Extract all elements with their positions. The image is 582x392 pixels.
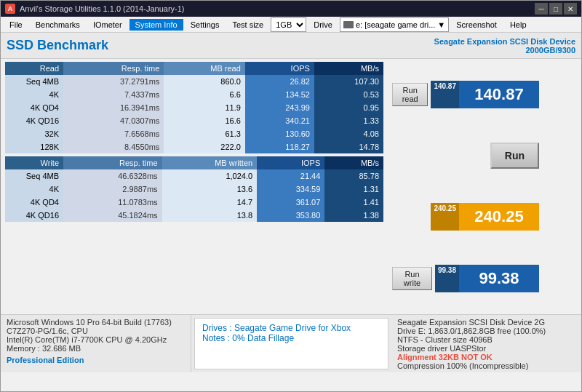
row-mbs: 1.33 — [314, 114, 383, 127]
table-row: 128K 8.4550ms 222.0 118.27 14.78 — [5, 140, 383, 153]
row-resp: 46.6328ms — [63, 169, 162, 183]
row-mb: 13.8 — [162, 209, 258, 222]
maximize-button[interactable]: □ — [549, 3, 562, 15]
drives-info: Drives : Seagate Game Drive for Xbox — [202, 323, 380, 333]
status-cpu: Intel(R) Core(TM) i7-7700K CPU @ 4.20GHz — [7, 335, 185, 344]
title-bar: A Anvil's Storage Utilities 1.1.0 (2014-… — [1, 1, 581, 17]
row-mb: 13.6 — [162, 183, 258, 196]
menu-test-size-label: Test size — [226, 19, 269, 31]
row-label: 32K — [5, 127, 63, 140]
row-iops: 134.52 — [245, 88, 314, 101]
device-info: Seagate Expansion SCSI Disk Device 2000G… — [434, 37, 575, 55]
write-header-iops: IOPS — [257, 156, 324, 169]
table-row: 4K 7.4337ms 6.6 134.52 0.53 — [5, 88, 383, 101]
compression-info: Compression 100% (Incompressible) — [397, 361, 575, 370]
drive-selector[interactable]: e: [seagate game dri... ▼ — [340, 17, 449, 32]
row-mb: 6.6 — [164, 88, 245, 101]
total-score-small: 240.25 — [431, 203, 459, 231]
content-wrapper: SSD Benchmark Seagate Expansion SCSI Dis… — [1, 33, 581, 372]
row-resp: 7.4337ms — [63, 88, 164, 101]
menu-system-info[interactable]: System Info — [129, 19, 183, 31]
row-mbs: 0.53 — [314, 88, 383, 101]
row-label: 128K — [5, 140, 63, 153]
status-center: Drives : Seagate Game Drive for Xbox Not… — [194, 318, 388, 369]
status-bar: Microsoft Windows 10 Pro 64-bit Build (1… — [1, 314, 581, 372]
row-resp: 45.1824ms — [63, 209, 162, 222]
benchmark-tables: Read Resp. time MB read IOPS MB/s Seq 4M… — [5, 62, 383, 311]
read-header-iops: IOPS — [245, 62, 314, 75]
row-iops: 334.59 — [257, 183, 324, 196]
minimize-button[interactable]: ─ — [535, 3, 548, 15]
row-resp: 37.2791ms — [63, 75, 164, 88]
menu-iometer[interactable]: IOmeter — [87, 19, 128, 31]
read-header-mb: MB read — [164, 62, 245, 75]
row-mbs: 85.78 — [324, 169, 383, 183]
read-header-label: Read — [5, 62, 63, 75]
read-gauge-row: Run read 140.87 140.87 — [392, 81, 539, 108]
status-memory: Memory : 32.686 MB — [7, 344, 185, 353]
device-name: Seagate Expansion SCSI Disk Device 2G — [397, 318, 575, 327]
status-mobo: C7Z270-PG/1.6c, CPU — [7, 327, 185, 335]
device-line2: 2000GB/9300 — [434, 46, 575, 55]
menu-settings[interactable]: Settings — [185, 19, 226, 31]
row-label: 4K — [5, 183, 63, 196]
app-icon: A — [5, 4, 15, 14]
row-mb: 61.3 — [164, 127, 245, 140]
window-controls: ─ □ ✕ — [535, 3, 577, 15]
table-row: 32K 7.6568ms 61.3 130.60 4.08 — [5, 127, 383, 140]
window-title: Anvil's Storage Utilities 1.1.0 (2014-Ja… — [20, 4, 184, 13]
table-row: Seq 4MB 37.2791ms 860.0 26.82 107.30 — [5, 75, 383, 88]
close-button[interactable]: ✕ — [564, 3, 577, 15]
write-header-resp: Resp. time — [63, 156, 162, 169]
drive-dropdown-arrow: ▼ — [437, 20, 445, 29]
total-score-large: 240.25 — [459, 203, 539, 231]
drive-icon — [343, 21, 354, 28]
total-gauge-row: 240.25 240.25 — [431, 203, 539, 231]
write-score-large: 99.38 — [459, 265, 539, 292]
row-label: 4K QD4 — [5, 196, 63, 209]
run-button[interactable]: Run — [490, 143, 539, 169]
write-header-label: Write — [5, 156, 63, 169]
row-resp: 8.4550ms — [63, 140, 164, 153]
row-mb: 222.0 — [164, 140, 245, 153]
table-row: 4K 2.9887ms 13.6 334.59 1.31 — [5, 183, 383, 196]
notes-info: Notes : 0% Data Fillage — [202, 333, 380, 343]
row-mb: 1,024.0 — [162, 169, 258, 183]
row-iops: 353.80 — [257, 209, 324, 222]
row-iops: 130.60 — [245, 127, 314, 140]
header-strip: SSD Benchmark Seagate Expansion SCSI Dis… — [1, 33, 581, 59]
row-resp: 7.6568ms — [63, 127, 164, 140]
menu-file[interactable]: File — [4, 19, 28, 31]
alignment-alert: Alignment 32KB NOT OK — [397, 353, 575, 361]
row-mbs: 0.95 — [314, 101, 383, 114]
row-mbs: 14.78 — [314, 140, 383, 153]
pro-edition-label: Professional Edition — [7, 356, 185, 364]
row-label: 4K QD16 — [5, 114, 63, 127]
read-score-large: 140.87 — [459, 81, 539, 108]
table-row: 4K QD4 11.0783ms 14.7 361.07 1.41 — [5, 196, 383, 209]
row-iops: 118.27 — [245, 140, 314, 153]
write-header-mb: MB written — [162, 156, 258, 169]
write-header-mbs: MB/s — [324, 156, 383, 169]
row-resp: 16.3941ms — [63, 101, 164, 114]
status-right: Seagate Expansion SCSI Disk Device 2G Dr… — [391, 315, 581, 372]
table-row: 4K QD16 45.1824ms 13.8 353.80 1.38 — [5, 209, 383, 222]
row-mbs: 4.08 — [314, 127, 383, 140]
menu-drive-label: Drive — [308, 19, 338, 31]
table-row: 4K QD16 47.0307ms 16.6 340.21 1.33 — [5, 114, 383, 127]
drive-value: e: [seagate game dri... — [356, 20, 435, 29]
run-button-container: Run — [490, 143, 539, 169]
menu-screenshot[interactable]: Screenshot — [450, 19, 503, 31]
menu-benchmarks[interactable]: Benchmarks — [30, 19, 86, 31]
row-iops: 21.44 — [257, 169, 324, 183]
row-mbs: 107.30 — [314, 75, 383, 88]
run-write-button[interactable]: Run write — [392, 267, 432, 290]
table-row: 4K QD4 16.3941ms 11.9 243.99 0.95 — [5, 101, 383, 114]
test-size-dropdown[interactable]: 1GB 2GB 4GB — [271, 17, 306, 32]
write-table: Write Resp. time MB written IOPS MB/s Se… — [5, 156, 383, 222]
row-mbs: 1.38 — [324, 209, 383, 222]
row-mb: 14.7 — [162, 196, 258, 209]
row-iops: 340.21 — [245, 114, 314, 127]
run-read-button[interactable]: Run read — [392, 83, 428, 106]
menu-help[interactable]: Help — [504, 19, 533, 31]
